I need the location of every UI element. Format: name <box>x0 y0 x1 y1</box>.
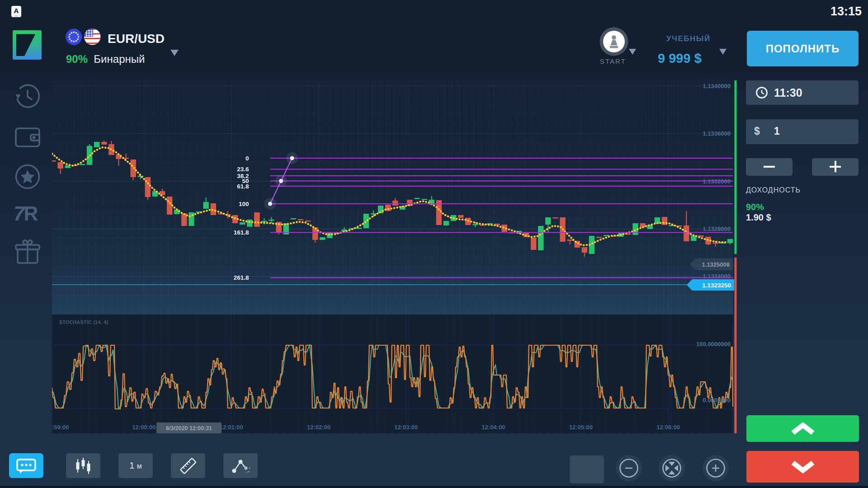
svg-text:161.8: 161.8 <box>234 229 249 236</box>
svg-text:23.6: 23.6 <box>237 166 249 173</box>
svg-text:12:05:00: 12:05:00 <box>569 424 593 431</box>
svg-text:1.1340000: 1.1340000 <box>703 83 731 89</box>
svg-text:1.1328000: 1.1328000 <box>703 225 731 232</box>
svg-text:12:06:00: 12:06:00 <box>656 424 680 431</box>
svg-text:12:03:00: 12:03:00 <box>394 424 418 431</box>
svg-text::59:00: :59:00 <box>52 424 69 431</box>
svg-text:100.0000000: 100.0000000 <box>696 341 731 347</box>
svg-text:61.8: 61.8 <box>237 183 249 190</box>
svg-text:6/3/2020 12:00:31: 6/3/2020 12:00:31 <box>166 425 212 432</box>
svg-text:0.0000000: 0.0000000 <box>703 397 731 404</box>
svg-text:12:04:00: 12:04:00 <box>482 424 505 431</box>
svg-text:261.8: 261.8 <box>234 274 249 281</box>
svg-text:1.1336000: 1.1336000 <box>703 130 731 137</box>
svg-text:STOCHASTIC (14. 4): STOCHASTIC (14. 4) <box>59 319 108 325</box>
svg-text:12:02:00: 12:02:00 <box>307 424 330 431</box>
svg-text:1.1324000: 1.1324000 <box>703 273 731 280</box>
svg-text:0: 0 <box>245 155 249 162</box>
svg-text:100: 100 <box>239 201 249 207</box>
svg-text:12:01:00: 12:01:00 <box>220 424 243 431</box>
svg-text:1.1323250: 1.1323250 <box>702 282 731 289</box>
svg-text:1.1325008: 1.1325008 <box>702 261 730 268</box>
svg-text:12:00:00: 12:00:00 <box>132 424 156 431</box>
